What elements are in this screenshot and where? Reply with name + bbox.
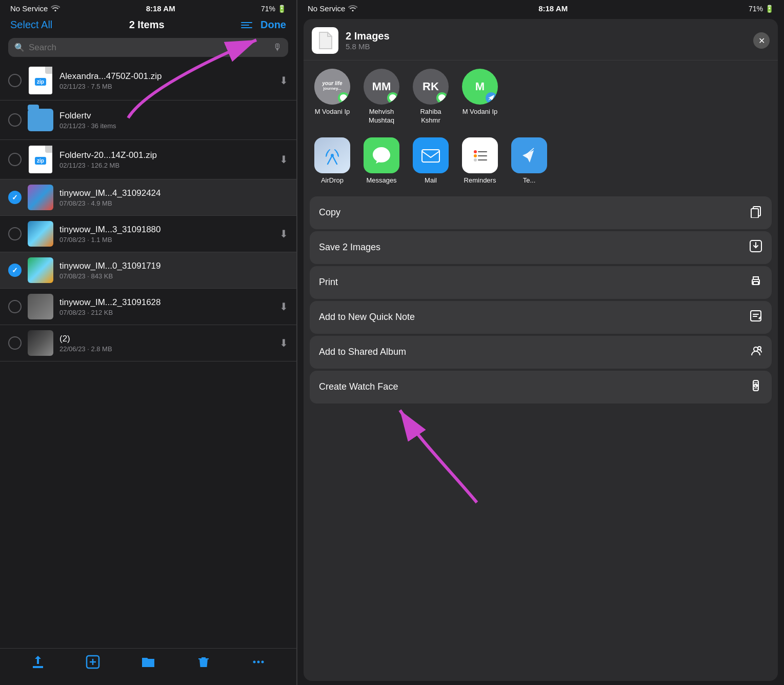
zip-icon: zip	[28, 145, 53, 174]
nav-bar: Select All 2 Items Done	[0, 15, 296, 36]
download-icon[interactable]: ⬇	[279, 337, 288, 349]
contact-item[interactable]: RK RahibaKshmr	[410, 69, 451, 125]
checkbox-f2[interactable]	[8, 113, 22, 127]
contact-avatar: MM	[364, 69, 399, 105]
reminders-app-icon	[462, 137, 498, 173]
mic-icon[interactable]: 🎙	[273, 42, 282, 53]
file-name: Foldertv-20...14Z-001.zip	[59, 150, 273, 160]
list-item[interactable]: tinywow_IM...4_31092424 07/08/23 · 4.9 M…	[0, 179, 296, 216]
copy-action[interactable]: Copy	[310, 196, 772, 229]
left-battery: 71% 🔋	[261, 5, 286, 13]
file-name: tinywow_IM...4_31092424	[59, 188, 288, 198]
app-name: Te...	[523, 176, 536, 184]
checkbox-f4[interactable]	[8, 191, 22, 204]
share-button[interactable]	[31, 655, 45, 673]
battery-icon: 🔋	[277, 5, 286, 13]
file-meta: 07/08/23 · 4.9 MB	[59, 199, 288, 207]
app-item-messages[interactable]: Messages	[361, 137, 402, 184]
print-action[interactable]: Print	[310, 266, 772, 299]
contact-item[interactable]: MM MehvishMushtaq	[361, 69, 402, 125]
download-icon[interactable]: ⬇	[279, 74, 288, 87]
quick-note-label: Add to New Quick Note	[319, 312, 415, 323]
list-item[interactable]: Foldertv 02/11/23 · 36 items	[0, 100, 296, 140]
contact-avatar: M	[462, 69, 498, 105]
select-all-button[interactable]: Select All	[10, 19, 52, 31]
image-thumbnail	[28, 330, 53, 356]
svg-point-14	[474, 150, 477, 153]
shared-album-action[interactable]: Add to Shared Album	[310, 336, 772, 369]
download-icon[interactable]: ⬇	[279, 153, 288, 166]
checkbox-f8[interactable]	[8, 336, 22, 350]
checkbox-f7[interactable]	[8, 300, 22, 313]
file-name: tinywow_IM...2_31091628	[59, 297, 273, 308]
save-images-action[interactable]: Save 2 Images	[310, 231, 772, 264]
close-button[interactable]: ✕	[753, 32, 770, 49]
svg-point-18	[474, 158, 477, 162]
file-meta: 02/11/23 · 36 items	[59, 122, 288, 130]
svg-point-5	[257, 661, 260, 663]
list-item[interactable]: zip Alexandra...4750Z-001.zip 02/11/23 ·…	[0, 61, 296, 100]
right-battery: 71% 🔋	[749, 5, 774, 13]
svg-point-16	[474, 154, 477, 157]
contact-name: MehvishMushtaq	[369, 108, 394, 125]
app-name: AirDrop	[321, 176, 344, 184]
checkbox-f1[interactable]	[8, 74, 22, 87]
contact-name: M Vodani Ip	[315, 108, 350, 116]
app-item-airdrop[interactable]: AirDrop	[312, 137, 353, 184]
contact-avatar: your life journey...	[314, 69, 350, 105]
zip-icon: zip	[28, 66, 53, 95]
more-button[interactable]	[251, 655, 266, 673]
copy-icon	[749, 205, 762, 221]
watch-face-icon	[749, 379, 762, 395]
contact-badge	[486, 92, 497, 104]
file-name: tinywow_IM...3_31091880	[59, 225, 273, 235]
download-icon[interactable]: ⬇	[279, 228, 288, 240]
app-name: Messages	[366, 176, 396, 184]
save-label: Save 2 Images	[319, 242, 380, 253]
add-button[interactable]	[86, 655, 100, 673]
print-label: Print	[319, 277, 338, 288]
file-meta: 07/08/23 · 843 KB	[59, 272, 288, 280]
list-item[interactable]: zip Foldertv-20...14Z-001.zip 02/11/23 ·…	[0, 140, 296, 179]
right-panel: No Service 8:18 AM 71% 🔋	[297, 0, 784, 685]
app-item-reminders[interactable]: Reminders	[459, 137, 500, 184]
shared-album-label: Add to Shared Album	[319, 347, 406, 357]
list-item[interactable]: tinywow_IM...3_31091880 07/08/23 · 1.1 M…	[0, 216, 296, 252]
list-item[interactable]: tinywow_IM...2_31091628 07/08/23 · 212 K…	[0, 289, 296, 325]
svg-point-6	[262, 661, 264, 663]
contact-badge	[387, 92, 398, 104]
quick-note-action[interactable]: Add to New Quick Note	[310, 301, 772, 334]
bottom-toolbar	[0, 648, 296, 685]
checkbox-f6[interactable]	[8, 264, 22, 277]
copy-label: Copy	[319, 207, 340, 218]
action-list: Copy Save 2 Images	[310, 196, 772, 404]
done-button[interactable]: Done	[260, 19, 286, 31]
folder-button[interactable]	[141, 655, 155, 673]
list-item[interactable]: tinywow_IM...0_31091719 07/08/23 · 843 K…	[0, 252, 296, 289]
download-icon[interactable]: ⬇	[279, 300, 288, 313]
file-meta: 07/08/23 · 1.1 MB	[59, 236, 273, 244]
app-item-mail[interactable]: Mail	[410, 137, 451, 184]
file-meta: 02/11/23 · 7.5 MB	[59, 83, 273, 90]
contact-item[interactable]: M M Vodani Ip	[459, 69, 500, 125]
file-name: tinywow_IM...0_31091719	[59, 261, 288, 271]
search-icon: 🔍	[14, 43, 25, 52]
trash-button[interactable]	[196, 655, 211, 673]
airdrop-app-icon	[314, 137, 350, 173]
share-subtitle: 5.8 MB	[346, 42, 746, 51]
contact-badge	[436, 92, 448, 104]
apps-row: AirDrop Messages Mail	[304, 133, 778, 192]
watch-face-action[interactable]: Create Watch Face	[310, 371, 772, 404]
checkbox-f5[interactable]	[8, 227, 22, 240]
file-meta: 07/08/23 · 212 KB	[59, 309, 273, 316]
right-time: 8:18 AM	[538, 4, 568, 13]
list-view-button[interactable]	[241, 22, 252, 28]
share-header: 2 Images 5.8 MB ✕	[304, 19, 778, 61]
contact-item[interactable]: your life journey... M Vodani Ip	[312, 69, 353, 125]
right-wifi-icon	[348, 4, 357, 13]
app-item-telegram[interactable]: Te...	[509, 137, 550, 184]
list-item[interactable]: (2) 22/06/23 · 2.8 MB ⬇	[0, 325, 296, 361]
checkbox-f3[interactable]	[8, 153, 22, 166]
search-input[interactable]	[29, 43, 269, 53]
app-name: Reminders	[464, 176, 496, 184]
